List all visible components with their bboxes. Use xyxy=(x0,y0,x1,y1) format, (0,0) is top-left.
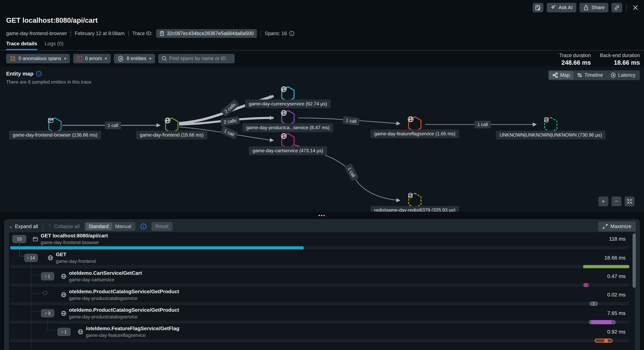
anomaly-icon xyxy=(10,56,16,62)
info-icon[interactable] xyxy=(289,31,294,36)
span-row[interactable]: › 1 oteldemo.CartService/GetCart game-da… xyxy=(9,269,635,288)
span-bar[interactable] xyxy=(590,302,598,306)
tree-connector xyxy=(31,275,41,275)
backend-duration-value: 18.66 ms xyxy=(600,59,640,66)
maximize-button[interactable]: Maximize xyxy=(598,222,636,231)
search-icon xyxy=(162,56,167,61)
sparkle-icon xyxy=(550,5,556,11)
error-icon xyxy=(77,56,82,61)
scrollbar-thumb[interactable] xyxy=(632,233,636,288)
span-service: game-day-frontend xyxy=(56,259,96,264)
span-waterfall: 15 GET localhost:8080/api/cart game-day-… xyxy=(9,232,635,350)
trace-duration-label: Trace duration xyxy=(559,53,591,58)
span-duration: 0.02 ms xyxy=(607,292,635,298)
ask-ai-button[interactable]: Ask AI xyxy=(547,3,576,12)
globe-icon xyxy=(61,292,67,298)
expand-span-badge[interactable]: › 14 xyxy=(24,254,38,262)
span-row[interactable]: oteldemo.ProductCatalogService/GetProduc… xyxy=(9,288,635,306)
span-duration: 0.47 ms xyxy=(607,273,635,279)
meta-separator xyxy=(70,31,71,37)
expand-all-button[interactable]: ⌄ Expand all xyxy=(9,224,38,229)
entity-label-cartservice[interactable]: game-day-cartservice (473.14 µs) xyxy=(249,146,327,155)
tab-trace-details[interactable]: Trace details xyxy=(6,41,37,50)
meta-timestamp: February 12 at 9:08am xyxy=(75,31,124,36)
entity-label-featureflagservice[interactable]: game-day-featureflagservice (1.65 ms) xyxy=(371,130,459,138)
chevron-down-icon: ⌄ xyxy=(9,224,12,229)
tree-connector xyxy=(31,293,43,293)
span-bar[interactable] xyxy=(10,246,304,250)
waterfall-panel: ⌄ Expand all ⌃ Collapse all Standard Man… xyxy=(4,219,640,350)
meta-separator xyxy=(261,31,261,37)
span-row[interactable]: 15 GET localhost:8080/api/cart game-day-… xyxy=(9,232,635,251)
notes-button[interactable] xyxy=(533,3,544,12)
fit-view-button[interactable] xyxy=(625,196,634,206)
span-name: GET localhost:8080/api/cart xyxy=(41,233,108,239)
zoom-in-button[interactable]: + xyxy=(598,196,608,206)
span-bar[interactable] xyxy=(594,338,613,343)
expand-span-badge[interactable]: › 3 xyxy=(41,309,54,317)
span-service: game-day-productcatalogservice xyxy=(69,296,179,301)
entity-label-productcatalogservice[interactable]: game-day-productca...service (8.47 ms) xyxy=(242,123,334,132)
chevron-up-icon: ⌃ xyxy=(48,224,52,229)
share-button[interactable]: Share xyxy=(580,3,608,12)
entities-filter[interactable]: 8 entities ▾ xyxy=(114,54,155,63)
tab-logs[interactable]: Logs (0) xyxy=(45,41,64,50)
collapse-arrows-icon xyxy=(627,199,632,204)
anomalous-spans-filter[interactable]: 0 anomalous spans ▾ xyxy=(6,54,70,63)
info-icon[interactable] xyxy=(140,223,146,229)
link-icon xyxy=(614,5,620,11)
mode-standard-button[interactable]: Standard xyxy=(86,223,112,230)
entity-label-frontend[interactable]: game-day-frontend (18.66 ms) xyxy=(136,131,207,140)
span-service: game-day-cartservice xyxy=(69,277,142,282)
search-input[interactable] xyxy=(170,56,232,61)
mode-manual-button[interactable]: Manual xyxy=(112,223,134,230)
span-service: game-day-productcatalogservice xyxy=(69,314,179,319)
expand-span-badge[interactable]: › 1 xyxy=(58,328,70,336)
span-row[interactable] xyxy=(9,343,635,350)
span-name: oteldemo.CartService/GetCart xyxy=(69,270,142,276)
span-name: GET xyxy=(56,252,96,257)
span-bar[interactable] xyxy=(589,320,616,324)
expand-span-badge[interactable]: › 1 xyxy=(41,272,54,280)
entity-label-frontend-browser[interactable]: game-day-frontend-browser (136.66 ms) xyxy=(9,131,101,140)
span-duration: 18.66 ms xyxy=(604,255,635,261)
copy-link-button[interactable] xyxy=(612,3,622,12)
expand-all-label: Expand all xyxy=(15,224,38,229)
meta-separator xyxy=(128,31,129,37)
entities-hexagon-icon xyxy=(118,56,124,62)
entity-label-currencyservice[interactable]: game-day-currencyservice (62.74 µs) xyxy=(245,100,331,108)
trace-meta: game-day-frontend-browser February 12 at… xyxy=(6,29,294,38)
entities-label: 8 entities xyxy=(127,56,146,61)
chevron-right-icon: › xyxy=(62,329,63,334)
span-bar[interactable] xyxy=(583,265,629,268)
map-zoom-controls: + − xyxy=(598,196,634,206)
errors-filter[interactable]: 0 errors ▾ xyxy=(73,54,111,63)
close-button[interactable] xyxy=(631,3,640,12)
span-bar[interactable] xyxy=(583,283,589,287)
minus-icon: − xyxy=(615,198,618,205)
span-row[interactable]: › 14 GET game-day-frontend 18.66 ms xyxy=(9,251,635,269)
zoom-out-button[interactable]: − xyxy=(612,196,622,206)
trace-id-copy-button[interactable]: 32c087ec434bce28367e5a684da8a500 xyxy=(156,29,257,38)
collapse-all-button[interactable]: ⌃ Collapse all xyxy=(48,224,80,229)
span-row[interactable]: › 1 /oteldemo.FeatureFlagService/GetFlag… xyxy=(9,325,635,343)
top-toolbar: Ask AI Share xyxy=(533,3,640,12)
resize-handle[interactable]: ••• xyxy=(318,213,326,218)
entity-map-section: Entity map There are 8 sampled entities … xyxy=(0,67,644,212)
trace-duration-value: 248.66 ms xyxy=(559,59,591,66)
span-row[interactable]: › 3 oteldemo.ProductCatalogService/GetPr… xyxy=(9,306,635,325)
chevron-right-icon: › xyxy=(45,311,47,315)
errors-label: 0 errors xyxy=(85,56,102,61)
reset-button[interactable]: Reset xyxy=(152,222,172,231)
span-count-badge[interactable]: 15 xyxy=(12,235,26,243)
tree-connector xyxy=(19,256,24,256)
toolbar-divider xyxy=(626,4,627,11)
maximize-label: Maximize xyxy=(610,224,631,229)
chevron-down-icon: ▾ xyxy=(64,56,66,61)
tree-leaf-marker xyxy=(43,291,47,295)
span-timeline-track xyxy=(10,246,629,250)
entity-label-unknown[interactable]: UNKNOWN|UNKNOWN|UNKNOWN (730.96 µs) xyxy=(496,131,606,140)
chevron-down-icon: ▾ xyxy=(149,56,152,61)
filter-bar: 0 anomalous spans ▾ 0 errors ▾ 8 entitie… xyxy=(6,54,235,63)
globe-icon xyxy=(78,329,84,335)
